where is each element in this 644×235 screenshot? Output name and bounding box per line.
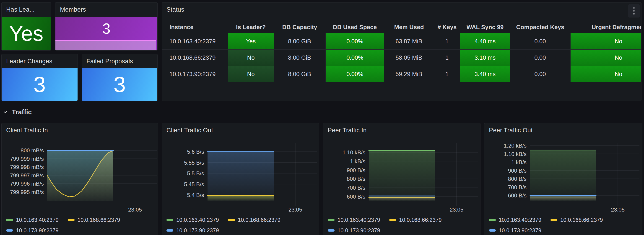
y-tick-label: 1.20 kB/s	[504, 143, 526, 149]
legend-row: 10.0.163.40:237910.0.168.66:2379	[6, 215, 156, 225]
table-cell: No	[228, 66, 274, 82]
section-title: Traffic	[12, 108, 32, 116]
panel-title[interactable]: Peer Traffic In	[328, 127, 367, 134]
table-header-cell[interactable]: DB Used Space	[326, 21, 384, 33]
stat-value: 3	[114, 74, 126, 95]
legend-item[interactable]: 10.0.163.40:2379	[489, 217, 542, 223]
panel-title[interactable]: Client Traffic In	[6, 127, 48, 134]
y-tick-label: 1.10 kB/s	[504, 151, 526, 157]
legend-item[interactable]: 10.0.173.90:2379	[166, 227, 219, 234]
y-tick-label: 1 kB/s	[350, 158, 365, 164]
table-cell: 0.00%	[326, 33, 384, 49]
table-cell: 10.0.168.66:2379	[162, 50, 228, 66]
legend-item[interactable]: 10.0.168.66:2379	[228, 217, 280, 223]
legend-row: 10.0.163.40:237910.0.168.66:2379	[489, 215, 640, 225]
legend-series-label: 10.0.163.40:2379	[176, 217, 219, 223]
legend-series-swatch	[328, 219, 334, 221]
legend-item[interactable]: 10.0.168.66:2379	[68, 217, 120, 223]
y-tick-label: 799.996 mB/s	[10, 181, 44, 187]
legend-row: 10.0.173.90:2379	[328, 225, 478, 235]
chart-legend: 10.0.163.40:237910.0.168.66:237910.0.173…	[489, 215, 640, 235]
table-header-cell[interactable]: Is Leader?	[228, 21, 274, 33]
y-tick-label: 600 B/s	[508, 192, 526, 199]
y-tick-label: 600 B/s	[347, 194, 365, 200]
series-area	[530, 150, 596, 201]
stat-background: 3	[2, 68, 78, 101]
legend-series-label: 10.0.168.66:2379	[238, 217, 280, 223]
table-header-cell[interactable]: Instance	[162, 21, 228, 33]
table-cell: 0.00	[510, 50, 570, 66]
panel-title[interactable]: Has Lea...	[6, 6, 35, 13]
table-cell: 10.0.163.40:2379	[162, 33, 228, 49]
legend-series-label: 10.0.173.90:2379	[16, 227, 58, 234]
grafana-etcd-dashboard: { "colors": { "page_bg": "#111217", "pan…	[0, 0, 644, 235]
table-cell: 58.05 MiB	[384, 50, 434, 66]
y-tick-label: 799.995 mB/s	[10, 189, 44, 195]
panel-title[interactable]: Client Traffic Out	[166, 127, 213, 134]
legend-series-label: 10.0.173.90:2379	[338, 227, 380, 234]
legend-series-swatch	[166, 229, 173, 232]
y-tick-label: 800 B/s	[347, 176, 365, 182]
table-header-cell[interactable]: Mem Used	[384, 21, 434, 33]
table-cell: 8.00 GiB	[274, 50, 326, 66]
legend-row: 10.0.173.90:2379	[166, 225, 317, 235]
table-cell: 59.29 MiB	[384, 66, 434, 82]
legend-item[interactable]: 10.0.163.40:2379	[166, 217, 219, 223]
legend-item[interactable]: 10.0.168.66:2379	[389, 217, 442, 223]
legend-series-label: 10.0.163.40:2379	[16, 217, 58, 223]
legend-series-label: 10.0.168.66:2379	[399, 217, 442, 223]
y-tick-label: 900 B/s	[508, 168, 526, 174]
table-cell: 0.00	[510, 66, 570, 82]
legend-row: 10.0.173.90:2379	[489, 225, 640, 235]
y-tick-label: 800 B/s	[508, 176, 526, 182]
chart-legend: 10.0.163.40:237910.0.168.66:237910.0.173…	[328, 215, 478, 235]
panel-title[interactable]: Failed Proposals	[86, 58, 133, 65]
table-cell: No	[570, 33, 642, 49]
legend-series-label: 10.0.163.40:2379	[338, 217, 380, 223]
table-cell: 0.00%	[326, 50, 384, 66]
table-cell: Yes	[228, 33, 274, 49]
table-cell: 1	[434, 33, 460, 49]
panel-members: Members 3	[55, 2, 158, 50]
table-header-cell[interactable]: Compacted Keys	[510, 21, 570, 33]
panel-failed-proposals: Failed Proposals 3	[82, 54, 158, 101]
y-tick-label: 900 B/s	[347, 167, 365, 173]
legend-series-label: 10.0.173.90:2379	[176, 227, 219, 234]
legend-series-label: 10.0.168.66:2379	[78, 217, 120, 223]
table-header-cell[interactable]: Urgent Defragment	[570, 21, 642, 33]
table-header-cell[interactable]: # Keys	[434, 21, 460, 33]
legend-item[interactable]: 10.0.173.90:2379	[328, 227, 380, 234]
legend-item[interactable]: 10.0.163.40:2379	[328, 217, 380, 223]
kebab-menu-icon[interactable]	[628, 4, 640, 17]
legend-item[interactable]: 10.0.173.90:2379	[6, 227, 58, 234]
stat-background: 3	[82, 68, 157, 101]
y-tick-label: 5.55 B/s	[184, 160, 204, 166]
legend-item[interactable]: 10.0.163.40:2379	[6, 217, 58, 223]
y-tick-label: 5.5 B/s	[187, 170, 204, 177]
table-header-cell[interactable]: DB Capacity	[274, 21, 326, 33]
x-tick-label: 23:05	[128, 207, 142, 213]
chart-legend: 10.0.163.40:237910.0.168.66:237910.0.173…	[166, 215, 317, 235]
legend-item[interactable]: 10.0.173.90:2379	[489, 227, 542, 234]
legend-series-label: 10.0.173.90:2379	[499, 227, 542, 234]
legend-series-swatch	[6, 229, 13, 232]
y-tick-label: 799.999 mB/s	[10, 156, 44, 162]
series-area	[369, 196, 435, 201]
chart-legend: 10.0.163.40:237910.0.168.66:237910.0.173…	[6, 215, 156, 235]
panel-title[interactable]: Members	[60, 6, 86, 13]
y-tick-label: 700 B/s	[508, 184, 526, 190]
panel-title[interactable]: Peer Traffic Out	[489, 127, 533, 134]
legend-item[interactable]: 10.0.168.66:2379	[550, 217, 603, 223]
table-header-cell[interactable]: WAL Sync 99p	[460, 21, 510, 33]
panel-leader-changes: Leader Changes 3	[1, 54, 78, 101]
row-header-traffic[interactable]: Traffic	[2, 107, 32, 117]
table-cell: 3.40 ms	[460, 66, 510, 82]
y-tick-label: 5.45 B/s	[184, 181, 204, 187]
panel-title[interactable]: Status	[166, 6, 184, 13]
table-cell: 10.0.173.90:2379	[162, 66, 228, 82]
panel-title[interactable]: Leader Changes	[6, 58, 52, 65]
table-cell: 63.87 MiB	[384, 33, 434, 49]
legend-series-swatch	[228, 219, 235, 221]
y-tick-label: 5.6 B/s	[187, 149, 204, 155]
stat-background: Yes	[2, 17, 51, 50]
